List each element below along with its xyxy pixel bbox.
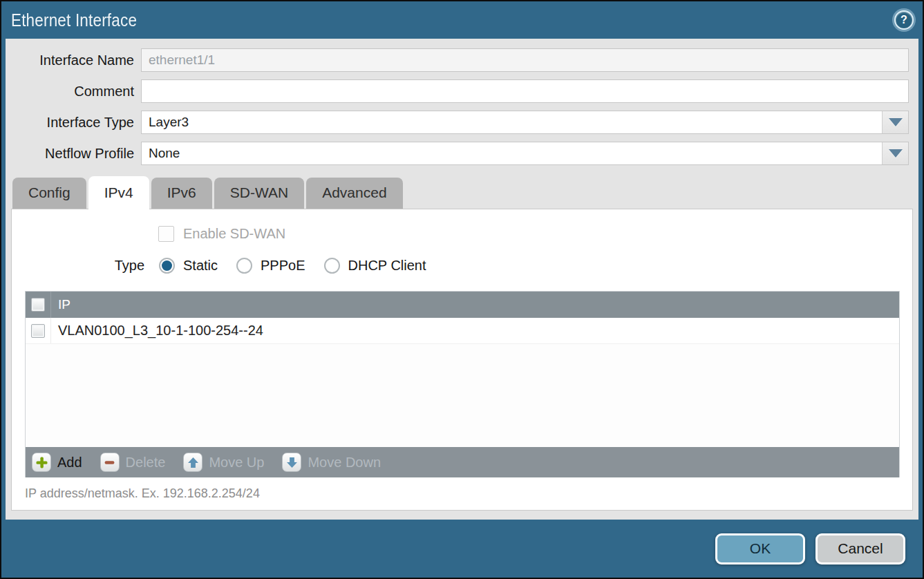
interface-type-value: Layer3 <box>142 115 882 130</box>
interface-type-label: Interface Type <box>6 115 141 131</box>
radio-pppoe-label: PPPoE <box>261 258 305 274</box>
tab-advanced[interactable]: Advanced <box>306 178 402 209</box>
ip-cell[interactable]: VLAN0100_L3_10-1-100-254--24 <box>51 318 263 343</box>
chevron-down-icon <box>889 149 903 158</box>
table-row[interactable]: VLAN0100_L3_10-1-100-254--24 <box>26 318 899 344</box>
ipv4-tab-panel: Enable SD-WAN Type Static PPPoE DHCP Cli… <box>11 209 913 511</box>
table-toolbar: Add Delete <box>26 447 899 477</box>
tab-sdwan[interactable]: SD-WAN <box>214 178 304 209</box>
ethernet-interface-dialog: Ethernet Interface ? Interface Name ethe… <box>0 0 924 579</box>
radio-option-static[interactable]: Static <box>159 258 218 274</box>
help-icon[interactable]: ? <box>894 10 914 30</box>
title-bar: Ethernet Interface ? <box>1 1 923 39</box>
header-checkbox-cell <box>26 292 51 318</box>
radio-static-label: Static <box>183 258 218 274</box>
minus-icon <box>100 453 120 472</box>
radio-option-dhcp-client[interactable]: DHCP Client <box>324 258 426 274</box>
tab-strip: Config IPv4 IPv6 SD-WAN Advanced <box>12 173 918 209</box>
interface-name-label: Interface Name <box>6 53 141 68</box>
move-up-button[interactable]: Move Up <box>183 453 264 472</box>
select-all-checkbox[interactable] <box>31 298 45 312</box>
tab-config[interactable]: Config <box>12 178 86 209</box>
delete-button[interactable]: Delete <box>100 453 166 472</box>
cancel-button[interactable]: Cancel <box>815 533 905 564</box>
ip-table: IP VLAN0100_L3_10-1-100-254--24 <box>25 291 900 477</box>
tab-ipv4[interactable]: IPv4 <box>88 176 149 210</box>
dialog-footer: OK Cancel <box>1 520 923 578</box>
radio-pppoe[interactable] <box>236 258 252 274</box>
netflow-profile-dropdown-button[interactable] <box>882 142 908 164</box>
radio-option-pppoe[interactable]: PPPoE <box>236 258 305 274</box>
form-row-netflow-profile: Netflow Profile None <box>6 142 909 165</box>
arrow-down-icon <box>282 453 301 472</box>
ip-table-body: VLAN0100_L3_10-1-100-254--24 <box>26 318 899 447</box>
form-row-interface-name: Interface Name ethernet1/1 <box>6 48 909 72</box>
dialog-body: Interface Name ethernet1/1 Comment Inter… <box>6 39 918 520</box>
row-checkbox[interactable] <box>31 324 45 338</box>
comment-label: Comment <box>6 84 141 99</box>
comment-field[interactable] <box>141 79 909 103</box>
arrow-up-icon <box>183 453 202 472</box>
radio-dhcp-client-label: DHCP Client <box>348 258 426 274</box>
add-button-label: Add <box>57 455 82 471</box>
delete-button-label: Delete <box>126 455 166 471</box>
row-checkbox-cell <box>26 318 51 343</box>
form-row-interface-type: Interface Type Layer3 <box>6 111 909 134</box>
form-row-comment: Comment <box>6 79 909 103</box>
enable-sdwan-row: Enable SD-WAN <box>158 226 912 242</box>
add-button[interactable]: Add <box>32 453 82 472</box>
interface-name-field: ethernet1/1 <box>141 48 909 72</box>
radio-dhcp-client[interactable] <box>324 258 340 274</box>
move-down-button-label: Move Down <box>308 455 381 471</box>
radio-static[interactable] <box>159 258 175 274</box>
ok-button[interactable]: OK <box>715 533 805 564</box>
enable-sdwan-label: Enable SD-WAN <box>183 226 285 242</box>
tab-ipv6[interactable]: IPv6 <box>151 178 212 209</box>
interface-type-dropdown-button[interactable] <box>882 111 908 133</box>
netflow-profile-label: Netflow Profile <box>6 146 141 162</box>
netflow-profile-dropdown[interactable]: None <box>141 142 909 165</box>
interface-name-value: ethernet1/1 <box>142 53 908 68</box>
chevron-down-icon <box>889 118 903 126</box>
ip-hint-text: IP address/netmask. Ex. 192.168.2.254/24 <box>25 486 912 501</box>
type-label: Type <box>12 258 150 274</box>
enable-sdwan-checkbox[interactable] <box>158 226 174 242</box>
move-up-button-label: Move Up <box>209 455 264 471</box>
ip-column-header: IP <box>51 292 70 318</box>
ip-table-header: IP <box>26 292 899 318</box>
plus-icon <box>32 453 51 472</box>
type-row: Type Static PPPoE DHCP Client <box>12 258 912 274</box>
move-down-button[interactable]: Move Down <box>282 453 381 472</box>
interface-type-dropdown[interactable]: Layer3 <box>141 111 909 134</box>
dialog-title: Ethernet Interface <box>11 10 137 30</box>
netflow-profile-value: None <box>142 146 882 161</box>
